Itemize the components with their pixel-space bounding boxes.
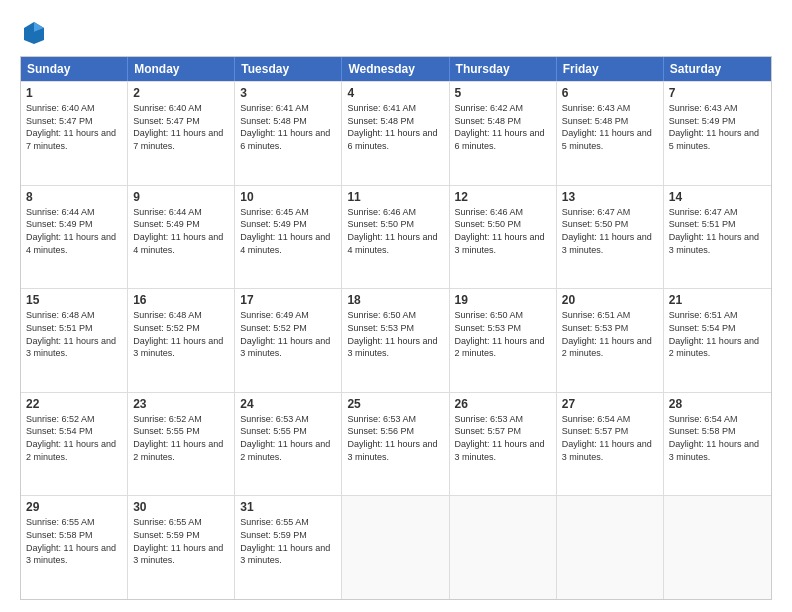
cell-info: Sunrise: 6:40 AMSunset: 5:47 PMDaylight:… [26,103,116,151]
week-1: 8 Sunrise: 6:44 AMSunset: 5:49 PMDayligh… [21,185,771,289]
day-number: 30 [133,500,229,514]
cell-info: Sunrise: 6:50 AMSunset: 5:53 PMDaylight:… [455,310,545,358]
week-0: 1 Sunrise: 6:40 AMSunset: 5:47 PMDayligh… [21,81,771,185]
day-number: 12 [455,190,551,204]
day-number: 11 [347,190,443,204]
cal-cell: 12 Sunrise: 6:46 AMSunset: 5:50 PMDaylig… [450,186,557,289]
week-2: 15 Sunrise: 6:48 AMSunset: 5:51 PMDaylig… [21,288,771,392]
cell-info: Sunrise: 6:54 AMSunset: 5:57 PMDaylight:… [562,414,652,462]
cell-info: Sunrise: 6:41 AMSunset: 5:48 PMDaylight:… [347,103,437,151]
cal-cell: 27 Sunrise: 6:54 AMSunset: 5:57 PMDaylig… [557,393,664,496]
cell-info: Sunrise: 6:53 AMSunset: 5:57 PMDaylight:… [455,414,545,462]
cell-info: Sunrise: 6:48 AMSunset: 5:51 PMDaylight:… [26,310,116,358]
header-thursday: Thursday [450,57,557,81]
week-4: 29 Sunrise: 6:55 AMSunset: 5:58 PMDaylig… [21,495,771,599]
day-number: 15 [26,293,122,307]
cell-info: Sunrise: 6:40 AMSunset: 5:47 PMDaylight:… [133,103,223,151]
cal-cell: 15 Sunrise: 6:48 AMSunset: 5:51 PMDaylig… [21,289,128,392]
cal-cell: 31 Sunrise: 6:55 AMSunset: 5:59 PMDaylig… [235,496,342,599]
cell-info: Sunrise: 6:46 AMSunset: 5:50 PMDaylight:… [455,207,545,255]
cell-info: Sunrise: 6:41 AMSunset: 5:48 PMDaylight:… [240,103,330,151]
day-number: 19 [455,293,551,307]
logo [20,18,52,46]
cal-cell: 28 Sunrise: 6:54 AMSunset: 5:58 PMDaylig… [664,393,771,496]
cell-info: Sunrise: 6:45 AMSunset: 5:49 PMDaylight:… [240,207,330,255]
cal-cell: 26 Sunrise: 6:53 AMSunset: 5:57 PMDaylig… [450,393,557,496]
day-number: 28 [669,397,766,411]
cal-cell [342,496,449,599]
cell-info: Sunrise: 6:47 AMSunset: 5:51 PMDaylight:… [669,207,759,255]
cell-info: Sunrise: 6:55 AMSunset: 5:58 PMDaylight:… [26,517,116,565]
cal-cell [557,496,664,599]
day-number: 14 [669,190,766,204]
day-number: 7 [669,86,766,100]
calendar-body: 1 Sunrise: 6:40 AMSunset: 5:47 PMDayligh… [21,81,771,599]
cal-cell: 3 Sunrise: 6:41 AMSunset: 5:48 PMDayligh… [235,82,342,185]
cell-info: Sunrise: 6:43 AMSunset: 5:49 PMDaylight:… [669,103,759,151]
day-number: 25 [347,397,443,411]
cal-cell [450,496,557,599]
day-number: 16 [133,293,229,307]
cal-cell: 7 Sunrise: 6:43 AMSunset: 5:49 PMDayligh… [664,82,771,185]
cell-info: Sunrise: 6:47 AMSunset: 5:50 PMDaylight:… [562,207,652,255]
day-number: 5 [455,86,551,100]
day-number: 29 [26,500,122,514]
cell-info: Sunrise: 6:49 AMSunset: 5:52 PMDaylight:… [240,310,330,358]
header-saturday: Saturday [664,57,771,81]
cal-cell: 22 Sunrise: 6:52 AMSunset: 5:54 PMDaylig… [21,393,128,496]
day-number: 31 [240,500,336,514]
day-number: 27 [562,397,658,411]
cal-cell: 5 Sunrise: 6:42 AMSunset: 5:48 PMDayligh… [450,82,557,185]
day-number: 23 [133,397,229,411]
cal-cell: 13 Sunrise: 6:47 AMSunset: 5:50 PMDaylig… [557,186,664,289]
day-number: 22 [26,397,122,411]
cell-info: Sunrise: 6:50 AMSunset: 5:53 PMDaylight:… [347,310,437,358]
cal-cell: 8 Sunrise: 6:44 AMSunset: 5:49 PMDayligh… [21,186,128,289]
cal-cell: 18 Sunrise: 6:50 AMSunset: 5:53 PMDaylig… [342,289,449,392]
cal-cell: 21 Sunrise: 6:51 AMSunset: 5:54 PMDaylig… [664,289,771,392]
cal-cell [664,496,771,599]
cal-cell: 14 Sunrise: 6:47 AMSunset: 5:51 PMDaylig… [664,186,771,289]
header-sunday: Sunday [21,57,128,81]
cell-info: Sunrise: 6:52 AMSunset: 5:54 PMDaylight:… [26,414,116,462]
cell-info: Sunrise: 6:55 AMSunset: 5:59 PMDaylight:… [133,517,223,565]
cal-cell: 19 Sunrise: 6:50 AMSunset: 5:53 PMDaylig… [450,289,557,392]
cell-info: Sunrise: 6:54 AMSunset: 5:58 PMDaylight:… [669,414,759,462]
cal-cell: 23 Sunrise: 6:52 AMSunset: 5:55 PMDaylig… [128,393,235,496]
cell-info: Sunrise: 6:44 AMSunset: 5:49 PMDaylight:… [26,207,116,255]
cell-info: Sunrise: 6:55 AMSunset: 5:59 PMDaylight:… [240,517,330,565]
cal-cell: 25 Sunrise: 6:53 AMSunset: 5:56 PMDaylig… [342,393,449,496]
day-number: 6 [562,86,658,100]
cal-cell: 16 Sunrise: 6:48 AMSunset: 5:52 PMDaylig… [128,289,235,392]
cal-cell: 29 Sunrise: 6:55 AMSunset: 5:58 PMDaylig… [21,496,128,599]
day-number: 26 [455,397,551,411]
day-number: 9 [133,190,229,204]
day-number: 10 [240,190,336,204]
cell-info: Sunrise: 6:53 AMSunset: 5:55 PMDaylight:… [240,414,330,462]
day-number: 13 [562,190,658,204]
header-tuesday: Tuesday [235,57,342,81]
cell-info: Sunrise: 6:52 AMSunset: 5:55 PMDaylight:… [133,414,223,462]
logo-icon [20,18,48,46]
day-number: 1 [26,86,122,100]
header-wednesday: Wednesday [342,57,449,81]
calendar-header: Sunday Monday Tuesday Wednesday Thursday… [21,57,771,81]
day-number: 8 [26,190,122,204]
header-friday: Friday [557,57,664,81]
cal-cell: 10 Sunrise: 6:45 AMSunset: 5:49 PMDaylig… [235,186,342,289]
week-3: 22 Sunrise: 6:52 AMSunset: 5:54 PMDaylig… [21,392,771,496]
cal-cell: 11 Sunrise: 6:46 AMSunset: 5:50 PMDaylig… [342,186,449,289]
page: Sunday Monday Tuesday Wednesday Thursday… [0,0,792,612]
day-number: 17 [240,293,336,307]
cal-cell: 30 Sunrise: 6:55 AMSunset: 5:59 PMDaylig… [128,496,235,599]
cal-cell: 2 Sunrise: 6:40 AMSunset: 5:47 PMDayligh… [128,82,235,185]
cal-cell: 9 Sunrise: 6:44 AMSunset: 5:49 PMDayligh… [128,186,235,289]
cell-info: Sunrise: 6:53 AMSunset: 5:56 PMDaylight:… [347,414,437,462]
cell-info: Sunrise: 6:51 AMSunset: 5:53 PMDaylight:… [562,310,652,358]
cal-cell: 4 Sunrise: 6:41 AMSunset: 5:48 PMDayligh… [342,82,449,185]
header [20,18,772,46]
day-number: 4 [347,86,443,100]
day-number: 24 [240,397,336,411]
day-number: 18 [347,293,443,307]
cell-info: Sunrise: 6:43 AMSunset: 5:48 PMDaylight:… [562,103,652,151]
